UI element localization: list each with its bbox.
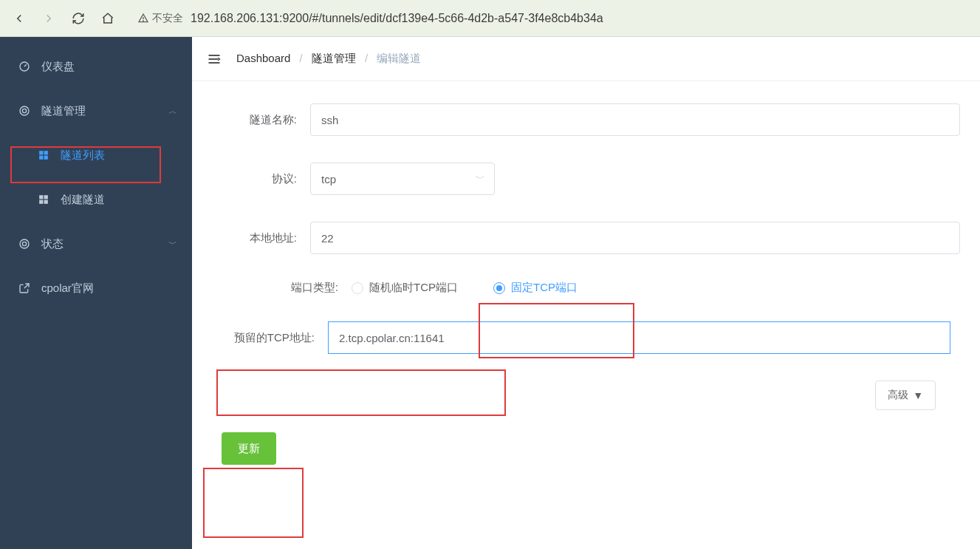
update-button[interactable]: 更新 [222, 432, 276, 465]
radio-random-port[interactable]: 随机临时TCP端口 [352, 281, 458, 295]
breadcrumb-separator: / [300, 52, 303, 64]
row-port-type: 端口类型: 随机临时TCP端口 固定TCP端口 [207, 281, 965, 295]
select-protocol[interactable]: tcp ﹀ [310, 163, 495, 195]
topbar: Dashboard / 隧道管理 / 编辑隧道 [192, 37, 980, 81]
svg-point-1 [143, 21, 144, 21]
external-link-icon [18, 282, 31, 294]
svg-rect-11 [39, 200, 43, 204]
hamburger-icon[interactable] [207, 52, 222, 67]
home-button[interactable] [95, 5, 121, 32]
label-port-type: 端口类型: [207, 281, 352, 295]
svg-point-3 [22, 109, 26, 112]
radio-label: 随机临时TCP端口 [369, 281, 458, 295]
input-reserved-tcp[interactable] [328, 321, 950, 354]
main-content: Dashboard / 隧道管理 / 编辑隧道 隧道名称: 协议: tcp ﹀ [192, 37, 980, 549]
dashboard-icon [18, 61, 31, 72]
back-button[interactable] [6, 5, 32, 32]
insecure-badge: 不安全 [137, 12, 183, 25]
tunnel-icon [18, 105, 31, 117]
radio-circle-icon [493, 282, 505, 294]
row-submit: 更新 [207, 432, 965, 465]
svg-rect-5 [39, 151, 43, 154]
url-text: 192.168.206.131:9200/#/tunnels/edit/dcf1… [191, 12, 603, 25]
label-tunnel-name: 隧道名称: [207, 113, 310, 127]
annotation-highlight [203, 468, 304, 538]
svg-rect-7 [39, 156, 43, 160]
radio-circle-icon [352, 282, 363, 294]
sidebar-item-dashboard[interactable]: 仪表盘 [0, 44, 192, 89]
sidebar-item-label: 隧道管理 [41, 104, 86, 118]
svg-point-13 [22, 242, 26, 245]
label-protocol: 协议: [207, 172, 310, 186]
breadcrumb: Dashboard / 隧道管理 / 编辑隧道 [236, 52, 421, 66]
chevron-up-icon: ︿ [168, 105, 177, 117]
grid-icon [37, 194, 50, 205]
reload-button[interactable] [65, 5, 92, 32]
browser-toolbar: 不安全 192.168.206.131:9200/#/tunnels/edit/… [0, 0, 980, 37]
radio-label: 固定TCP端口 [511, 281, 578, 295]
svg-rect-8 [44, 156, 48, 160]
breadcrumb-separator: / [365, 52, 368, 64]
svg-rect-9 [39, 195, 43, 199]
radio-group-port-type: 随机临时TCP端口 固定TCP端口 [352, 281, 578, 295]
breadcrumb-item[interactable]: 隧道管理 [312, 52, 356, 64]
edit-tunnel-form: 隧道名称: 协议: tcp ﹀ 本地地址: 端口类型: [192, 81, 980, 480]
sidebar-item-label: 仪表盘 [41, 60, 75, 74]
breadcrumb-item[interactable]: Dashboard [236, 52, 290, 64]
sidebar: 仪表盘 隧道管理 ︿ 隧道列表 创建隧道 状态 ﹀ [0, 37, 192, 549]
sidebar-item-create-tunnel[interactable]: 创建隧道 [0, 177, 192, 222]
status-icon [18, 238, 31, 250]
label-local-addr: 本地地址: [207, 231, 310, 245]
advanced-button[interactable]: 高级 ▼ [875, 381, 936, 410]
select-value: tcp [321, 173, 336, 185]
advanced-label: 高级 [888, 389, 908, 402]
row-protocol: 协议: tcp ﹀ [207, 163, 965, 195]
chevron-down-icon: ﹀ [476, 172, 485, 185]
svg-rect-10 [44, 195, 48, 199]
sidebar-item-tunnel-manage[interactable]: 隧道管理 ︿ [0, 89, 192, 133]
svg-rect-6 [44, 151, 48, 154]
svg-rect-12 [44, 200, 48, 204]
chevron-down-icon: ﹀ [168, 238, 177, 250]
breadcrumb-item: 编辑隧道 [377, 52, 421, 64]
row-tunnel-name: 隧道名称: [207, 103, 965, 136]
sidebar-item-cpolar-site[interactable]: cpolar官网 [0, 266, 192, 310]
sidebar-item-label: 创建隧道 [61, 193, 105, 207]
sidebar-item-label: cpolar官网 [41, 282, 94, 296]
radio-fixed-port[interactable]: 固定TCP端口 [493, 281, 578, 295]
submit-label: 更新 [238, 442, 260, 454]
row-advanced: 高级 ▼ [207, 381, 965, 410]
sidebar-item-label: 状态 [41, 237, 64, 251]
row-reserved-tcp: 预留的TCP地址: [225, 321, 965, 354]
label-reserved-tcp: 预留的TCP地址: [225, 331, 328, 345]
sidebar-item-status[interactable]: 状态 ﹀ [0, 222, 192, 266]
sidebar-item-tunnel-list[interactable]: 隧道列表 [0, 133, 192, 177]
caret-down-icon: ▼ [913, 389, 923, 401]
forward-button[interactable] [35, 5, 62, 32]
sidebar-item-label: 隧道列表 [61, 149, 105, 163]
grid-icon [37, 150, 50, 160]
insecure-label: 不安全 [152, 12, 183, 25]
input-local-addr[interactable] [310, 222, 960, 254]
address-bar[interactable]: 不安全 192.168.206.131:9200/#/tunnels/edit/… [130, 5, 974, 32]
svg-point-14 [20, 239, 29, 248]
svg-point-4 [20, 106, 29, 115]
row-local-addr: 本地地址: [207, 222, 965, 254]
input-tunnel-name[interactable] [310, 103, 960, 136]
